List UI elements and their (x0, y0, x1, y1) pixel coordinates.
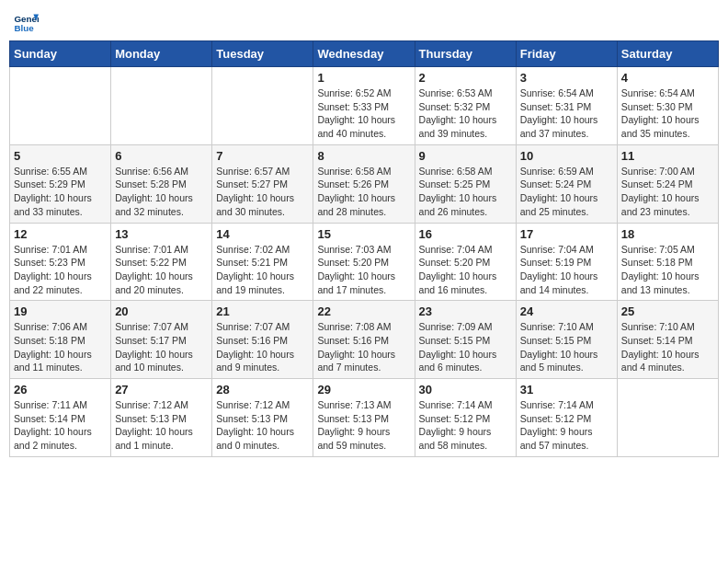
header-row: SundayMondayTuesdayWednesdayThursdayFrid… (10, 41, 719, 67)
day-info: Sunrise: 6:58 AM Sunset: 5:26 PM Dayligh… (317, 165, 410, 219)
col-header-tuesday: Tuesday (212, 41, 313, 67)
day-cell: 1Sunrise: 6:52 AM Sunset: 5:33 PM Daylig… (313, 67, 415, 145)
week-row-1: 1Sunrise: 6:52 AM Sunset: 5:33 PM Daylig… (10, 67, 719, 145)
day-cell: 28Sunrise: 7:12 AM Sunset: 5:13 PM Dayli… (212, 379, 313, 457)
day-info: Sunrise: 6:55 AM Sunset: 5:29 PM Dayligh… (14, 165, 107, 219)
day-cell: 9Sunrise: 6:58 AM Sunset: 5:25 PM Daylig… (415, 144, 516, 223)
day-cell: 15Sunrise: 7:03 AM Sunset: 5:20 PM Dayli… (313, 223, 415, 301)
col-header-saturday: Saturday (617, 41, 718, 67)
day-number: 4 (621, 71, 714, 85)
day-cell: 22Sunrise: 7:08 AM Sunset: 5:16 PM Dayli… (313, 301, 415, 379)
day-cell: 31Sunrise: 7:14 AM Sunset: 5:12 PM Dayli… (516, 379, 617, 457)
day-info: Sunrise: 7:12 AM Sunset: 5:13 PM Dayligh… (216, 398, 309, 453)
day-info: Sunrise: 7:02 AM Sunset: 5:21 PM Dayligh… (216, 243, 309, 297)
day-number: 13 (115, 227, 208, 241)
day-number: 16 (419, 227, 512, 241)
day-info: Sunrise: 7:05 AM Sunset: 5:18 PM Dayligh… (621, 243, 714, 297)
day-cell: 10Sunrise: 6:59 AM Sunset: 5:24 PM Dayli… (516, 144, 617, 223)
day-number: 17 (520, 227, 613, 241)
day-info: Sunrise: 6:57 AM Sunset: 5:27 PM Dayligh… (216, 165, 309, 219)
day-number: 26 (14, 383, 107, 396)
day-info: Sunrise: 7:08 AM Sunset: 5:16 PM Dayligh… (317, 320, 410, 374)
day-number: 14 (216, 227, 309, 241)
day-info: Sunrise: 7:06 AM Sunset: 5:18 PM Dayligh… (14, 320, 107, 374)
day-cell: 19Sunrise: 7:06 AM Sunset: 5:18 PM Dayli… (10, 301, 111, 379)
day-info: Sunrise: 6:54 AM Sunset: 5:30 PM Dayligh… (621, 86, 714, 141)
day-number: 19 (14, 304, 107, 318)
day-info: Sunrise: 7:07 AM Sunset: 5:16 PM Dayligh… (216, 320, 309, 374)
day-number: 7 (216, 149, 309, 163)
day-info: Sunrise: 7:00 AM Sunset: 5:24 PM Dayligh… (621, 165, 714, 219)
day-cell: 20Sunrise: 7:07 AM Sunset: 5:17 PM Dayli… (111, 301, 212, 379)
day-number: 1 (317, 71, 410, 85)
col-header-wednesday: Wednesday (313, 41, 415, 67)
col-header-monday: Monday (111, 41, 212, 67)
day-number: 2 (419, 71, 512, 85)
day-number: 21 (216, 304, 309, 318)
day-cell (111, 67, 212, 145)
day-cell: 12Sunrise: 7:01 AM Sunset: 5:23 PM Dayli… (10, 223, 111, 301)
day-cell: 13Sunrise: 7:01 AM Sunset: 5:22 PM Dayli… (111, 223, 212, 301)
calendar-table: SundayMondayTuesdayWednesdayThursdayFrid… (9, 40, 719, 457)
col-header-thursday: Thursday (415, 41, 516, 67)
day-cell: 6Sunrise: 6:56 AM Sunset: 5:28 PM Daylig… (111, 144, 212, 223)
day-cell: 8Sunrise: 6:58 AM Sunset: 5:26 PM Daylig… (313, 144, 415, 223)
day-cell: 23Sunrise: 7:09 AM Sunset: 5:15 PM Dayli… (415, 301, 516, 379)
day-info: Sunrise: 6:53 AM Sunset: 5:32 PM Dayligh… (419, 86, 512, 141)
day-number: 23 (419, 304, 512, 318)
day-number: 27 (115, 383, 208, 396)
day-info: Sunrise: 7:10 AM Sunset: 5:14 PM Dayligh… (621, 320, 714, 374)
day-cell: 3Sunrise: 6:54 AM Sunset: 5:31 PM Daylig… (516, 67, 617, 145)
day-number: 9 (419, 149, 512, 163)
logo-icon: General Blue (13, 9, 39, 35)
day-number: 12 (14, 227, 107, 241)
day-number: 15 (317, 227, 410, 241)
day-number: 28 (216, 383, 309, 396)
day-number: 10 (520, 149, 613, 163)
day-number: 22 (317, 304, 410, 318)
day-cell: 14Sunrise: 7:02 AM Sunset: 5:21 PM Dayli… (212, 223, 313, 301)
day-cell: 11Sunrise: 7:00 AM Sunset: 5:24 PM Dayli… (617, 144, 718, 223)
day-cell: 29Sunrise: 7:13 AM Sunset: 5:13 PM Dayli… (313, 379, 415, 457)
day-info: Sunrise: 7:12 AM Sunset: 5:13 PM Dayligh… (115, 398, 208, 453)
day-info: Sunrise: 7:09 AM Sunset: 5:15 PM Dayligh… (419, 320, 512, 374)
day-cell (212, 67, 313, 145)
day-info: Sunrise: 7:14 AM Sunset: 5:12 PM Dayligh… (520, 398, 613, 453)
day-number: 6 (115, 149, 208, 163)
day-number: 25 (621, 304, 714, 318)
col-header-sunday: Sunday (10, 41, 111, 67)
day-info: Sunrise: 7:07 AM Sunset: 5:17 PM Dayligh… (115, 320, 208, 374)
day-cell (617, 379, 718, 457)
day-number: 3 (520, 71, 613, 85)
col-header-friday: Friday (516, 41, 617, 67)
day-cell: 17Sunrise: 7:04 AM Sunset: 5:19 PM Dayli… (516, 223, 617, 301)
day-info: Sunrise: 7:14 AM Sunset: 5:12 PM Dayligh… (419, 398, 512, 453)
day-cell: 2Sunrise: 6:53 AM Sunset: 5:32 PM Daylig… (415, 67, 516, 145)
week-row-5: 26Sunrise: 7:11 AM Sunset: 5:14 PM Dayli… (10, 379, 719, 457)
day-cell: 27Sunrise: 7:12 AM Sunset: 5:13 PM Dayli… (111, 379, 212, 457)
logo: General Blue (13, 9, 42, 35)
day-info: Sunrise: 7:01 AM Sunset: 5:22 PM Dayligh… (115, 243, 208, 297)
day-cell: 4Sunrise: 6:54 AM Sunset: 5:30 PM Daylig… (617, 67, 718, 145)
day-cell (10, 67, 111, 145)
day-number: 29 (317, 383, 410, 396)
day-number: 11 (621, 149, 714, 163)
day-info: Sunrise: 7:10 AM Sunset: 5:15 PM Dayligh… (520, 320, 613, 374)
day-cell: 7Sunrise: 6:57 AM Sunset: 5:27 PM Daylig… (212, 144, 313, 223)
page-header: General Blue (9, 9, 719, 35)
day-cell: 16Sunrise: 7:04 AM Sunset: 5:20 PM Dayli… (415, 223, 516, 301)
week-row-2: 5Sunrise: 6:55 AM Sunset: 5:29 PM Daylig… (10, 144, 719, 223)
day-cell: 26Sunrise: 7:11 AM Sunset: 5:14 PM Dayli… (10, 379, 111, 457)
day-cell: 18Sunrise: 7:05 AM Sunset: 5:18 PM Dayli… (617, 223, 718, 301)
day-cell: 30Sunrise: 7:14 AM Sunset: 5:12 PM Dayli… (415, 379, 516, 457)
day-info: Sunrise: 6:52 AM Sunset: 5:33 PM Dayligh… (317, 86, 410, 141)
day-info: Sunrise: 6:59 AM Sunset: 5:24 PM Dayligh… (520, 165, 613, 219)
week-row-3: 12Sunrise: 7:01 AM Sunset: 5:23 PM Dayli… (10, 223, 719, 301)
day-number: 24 (520, 304, 613, 318)
day-info: Sunrise: 7:13 AM Sunset: 5:13 PM Dayligh… (317, 398, 410, 453)
day-number: 20 (115, 304, 208, 318)
day-info: Sunrise: 7:03 AM Sunset: 5:20 PM Dayligh… (317, 243, 410, 297)
day-number: 31 (520, 383, 613, 396)
day-cell: 21Sunrise: 7:07 AM Sunset: 5:16 PM Dayli… (212, 301, 313, 379)
day-number: 8 (317, 149, 410, 163)
